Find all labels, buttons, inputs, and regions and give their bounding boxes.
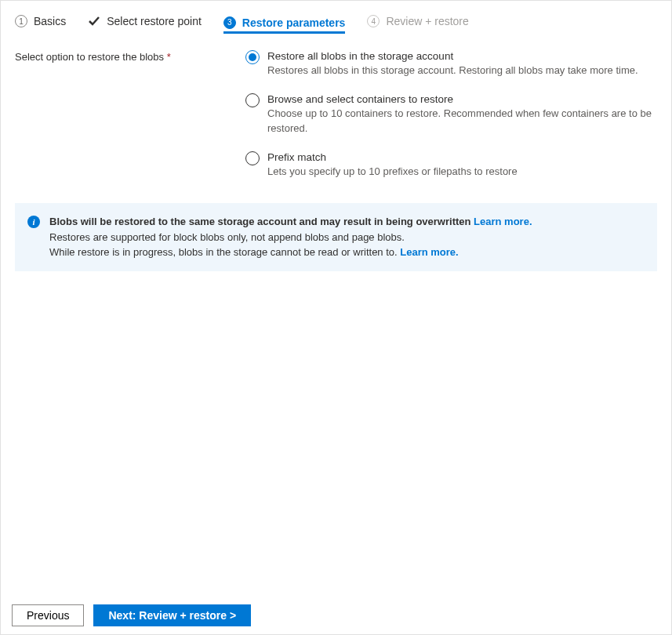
tab-review-restore[interactable]: 4 Review + restore [367, 15, 468, 32]
radio-description: Choose up to 10 containers to restore. R… [267, 107, 657, 136]
learn-more-link[interactable]: Learn more. [474, 216, 532, 227]
info-icon: i [27, 216, 40, 228]
tab-basics[interactable]: 1 Basics [15, 15, 66, 32]
radio-label: Prefix match [267, 151, 518, 165]
info-banner: i Blobs will be restored to the same sto… [15, 203, 657, 271]
step-number-icon: 3 [223, 16, 236, 29]
required-indicator: * [167, 51, 171, 63]
radio-label: Browse and select containers to restore [267, 93, 657, 107]
radio-description: Lets you specify up to 10 prefixes or fi… [267, 165, 518, 180]
previous-button[interactable]: Previous [12, 604, 84, 626]
learn-more-link[interactable]: Learn more. [400, 246, 458, 258]
radio-restore-all-blobs[interactable] [245, 50, 260, 64]
tab-label: Restore parameters [242, 16, 346, 29]
restore-option-label: Select option to restore the blobs * [15, 49, 227, 63]
step-number-icon: 4 [367, 15, 380, 27]
footer: Previous Next: Review + restore > [1, 597, 671, 634]
step-number-icon: 1 [15, 15, 27, 27]
radio-label: Restore all blobs in the storage account [267, 49, 638, 64]
radio-prefix-match[interactable] [245, 151, 260, 165]
checkmark-icon [88, 15, 100, 27]
tab-restore-parameters[interactable]: 3 Restore parameters [223, 16, 346, 34]
radio-description: Restores all blobs in this storage accou… [267, 64, 638, 78]
info-line: While restore is in progress, blobs in t… [49, 246, 400, 258]
tab-label: Review + restore [386, 15, 468, 27]
info-headline: Blobs will be restored to the same stora… [49, 216, 470, 227]
next-button[interactable]: Next: Review + restore > [93, 604, 251, 626]
tab-label: Select restore point [107, 15, 202, 27]
tab-label: Basics [34, 15, 66, 27]
info-line: Restores are supported for block blobs o… [49, 230, 532, 245]
wizard-tabs: 1 Basics Select restore point 3 Restore … [15, 15, 657, 32]
radio-browse-containers[interactable] [245, 93, 260, 107]
tab-select-restore-point[interactable]: Select restore point [88, 15, 202, 32]
